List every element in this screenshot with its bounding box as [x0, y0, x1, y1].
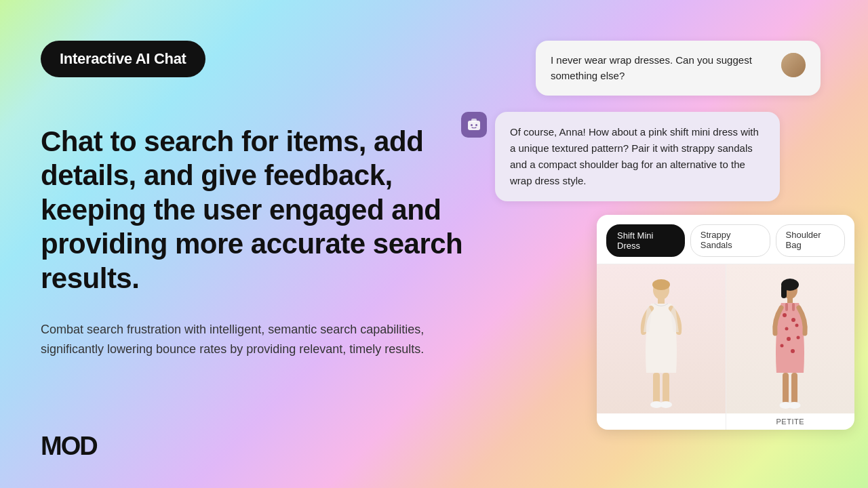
ai-message-row: Of course, Anna! How about a pink shift … [461, 112, 854, 201]
tab-shoulder-bag[interactable]: Shoulder Bag [776, 224, 845, 257]
svg-point-3 [475, 124, 477, 126]
svg-point-20 [797, 336, 800, 340]
svg-point-21 [781, 344, 784, 348]
user-message-text: I never wear wrap dresses. Can you sugge… [551, 53, 773, 83]
logo-text: MOD [41, 432, 97, 460]
subtext: Combat search frustration with intellige… [41, 320, 448, 359]
logo: MOD [41, 432, 97, 461]
product-petite-label: PETITE [776, 418, 804, 426]
product-card-2[interactable]: PETITE [726, 264, 855, 430]
page-wrapper: Interactive AI Chat Chat to search for i… [0, 0, 868, 488]
subtext-text: Combat search frustration with intellige… [41, 323, 424, 356]
product-grid: PETITE [597, 264, 854, 430]
tab-strappy-sandals-label: Strappy Sandals [701, 230, 732, 250]
svg-point-16 [791, 318, 795, 322]
product-image-2 [726, 264, 855, 413]
svg-point-2 [471, 124, 473, 126]
svg-point-5 [652, 279, 670, 290]
svg-rect-6 [658, 298, 665, 304]
svg-point-19 [787, 337, 791, 341]
product-label-1 [597, 413, 726, 422]
tab-strappy-sandals[interactable]: Strappy Sandals [690, 224, 770, 257]
right-content: I never wear wrap dresses. Can you sugge… [448, 41, 854, 430]
tab-shoulder-bag-label: Shoulder Bag [786, 230, 821, 250]
headline-text: Chat to search for items, add details, a… [41, 125, 462, 294]
product-label-2: PETITE [726, 413, 855, 430]
product-tabs: Shift Mini Dress Strappy Sandals Shoulde… [597, 215, 854, 264]
tab-shift-mini-dress[interactable]: Shift Mini Dress [606, 224, 685, 257]
ai-message-bubble: Of course, Anna! How about a pink shift … [495, 112, 780, 201]
svg-rect-23 [785, 303, 788, 311]
interactive-ai-chat-badge: Interactive AI Chat [41, 41, 205, 77]
svg-point-18 [795, 324, 799, 327]
svg-rect-24 [792, 303, 795, 311]
svg-rect-0 [468, 121, 480, 130]
user-message-bubble: I never wear wrap dresses. Can you sugge… [536, 41, 821, 96]
user-avatar-image [781, 53, 806, 77]
tab-shift-mini-dress-label: Shift Mini Dress [617, 230, 653, 251]
headline: Chat to search for items, add details, a… [41, 125, 488, 296]
product-panel: Shift Mini Dress Strappy Sandals Shoulde… [597, 215, 854, 430]
svg-rect-7 [653, 373, 660, 403]
svg-rect-26 [791, 373, 797, 404]
svg-point-15 [783, 313, 787, 317]
product-card-1[interactable] [597, 264, 726, 430]
user-avatar [781, 53, 806, 77]
svg-point-10 [660, 401, 672, 408]
svg-rect-8 [663, 373, 669, 403]
svg-rect-14 [787, 298, 793, 303]
svg-point-22 [791, 349, 795, 353]
svg-point-17 [785, 327, 789, 331]
badge-label: Interactive AI Chat [60, 50, 186, 67]
svg-rect-1 [471, 119, 477, 122]
left-content: Interactive AI Chat Chat to search for i… [41, 41, 488, 359]
svg-rect-25 [783, 373, 789, 404]
svg-rect-13 [781, 285, 787, 298]
svg-point-28 [789, 402, 801, 409]
ai-message-text: Of course, Anna! How about a pink shift … [510, 126, 759, 186]
ai-bot-icon [461, 112, 487, 138]
product-image-1 [597, 264, 726, 413]
